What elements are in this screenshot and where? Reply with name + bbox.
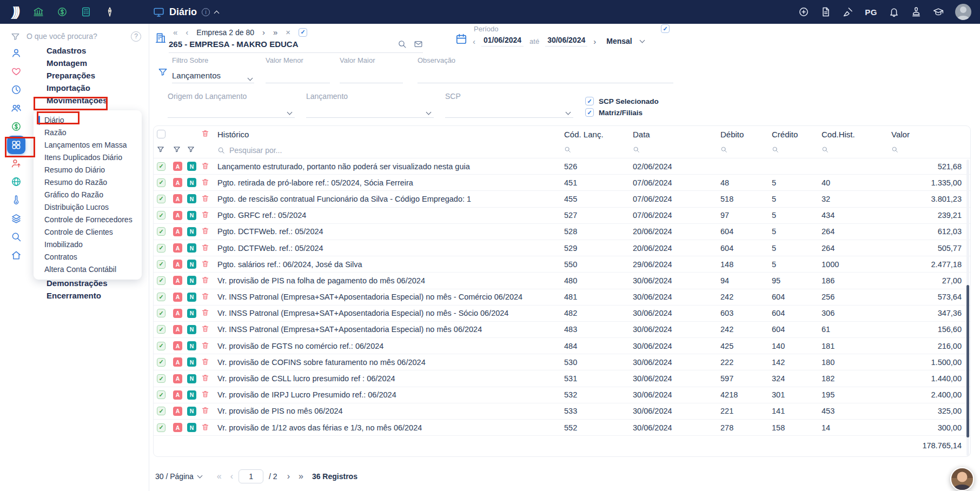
filtro-sobre-select[interactable]: Lançamentos (172, 68, 254, 83)
table-row[interactable]: ✓ANPgto. de rescisão contratual Funcioná… (154, 191, 970, 207)
filter-funnel-icon[interactable] (187, 145, 195, 153)
table-row[interactable]: ✓ANPgto. DCTFWeb. ref.: 05/202452820/06/… (154, 224, 970, 240)
last-company-button[interactable]: » (273, 28, 277, 37)
sidebar-item-cadastros[interactable]: Cadastros (47, 44, 108, 57)
trash-icon[interactable] (201, 324, 209, 333)
valor-menor-input[interactable] (266, 68, 330, 83)
column-search-icon[interactable] (772, 146, 779, 153)
first-page-button[interactable]: « (217, 472, 222, 481)
badge-n[interactable]: N (187, 227, 196, 236)
submenu-item-lancamentos-em-massa[interactable]: Lançamentos em Massa (34, 139, 142, 151)
badge-a[interactable]: A (173, 276, 182, 285)
table-row[interactable]: ✓ANPgto. GRFC ref.: 05/202452707/06/2024… (154, 208, 970, 224)
bell-icon[interactable] (889, 6, 899, 17)
pen-icon[interactable] (104, 6, 115, 17)
support-avatar[interactable] (950, 467, 974, 491)
info-icon[interactable]: i (202, 8, 210, 16)
row-checkbox[interactable]: ✓ (157, 342, 165, 350)
help-icon[interactable]: ? (131, 31, 141, 42)
user-icon[interactable] (11, 48, 22, 58)
submenu-item-distribuicao-lucros[interactable]: Distribuição Lucros (34, 201, 142, 214)
prev-page-button[interactable]: ‹ (230, 472, 233, 481)
badge-a[interactable]: A (173, 162, 182, 171)
badge-a[interactable]: A (173, 325, 182, 334)
sidebar-item-importacao[interactable]: Importação (47, 82, 108, 94)
badge-n[interactable]: N (187, 194, 196, 203)
table-row[interactable]: ✓ANPgto. retirada de pró-labore ref.: 05… (154, 175, 970, 191)
submenu-item-diario[interactable]: Diário (34, 114, 142, 127)
submenu-item-resumo-do-diario[interactable]: Resumo do Diário (34, 164, 142, 176)
row-checkbox[interactable]: ✓ (157, 260, 165, 269)
row-checkbox[interactable]: ✓ (157, 244, 165, 253)
filter-funnel-icon[interactable] (157, 145, 164, 153)
broom-icon[interactable] (843, 6, 853, 17)
badge-n[interactable]: N (187, 357, 196, 367)
row-checkbox[interactable]: ✓ (157, 309, 165, 317)
badge-n[interactable]: N (187, 325, 196, 334)
delete-selected-icon[interactable] (201, 129, 209, 137)
first-company-button[interactable]: « (173, 28, 177, 37)
badge-a[interactable]: A (173, 243, 182, 253)
next-period-button[interactable]: › (593, 37, 596, 46)
per-page-select[interactable]: 30 / Página (155, 472, 194, 481)
submenu-item-resumo-do-razao[interactable]: Resumo do Razão (34, 176, 142, 189)
column-search-icon[interactable] (891, 146, 898, 153)
badge-n[interactable]: N (187, 243, 196, 253)
layers-icon[interactable] (11, 213, 22, 224)
trash-icon[interactable] (201, 292, 209, 300)
prev-period-button[interactable]: ‹ (473, 37, 475, 46)
clear-company-icon[interactable]: × (286, 28, 290, 37)
trash-icon[interactable] (201, 423, 209, 431)
badge-a[interactable]: A (173, 309, 182, 318)
table-row[interactable]: ✓ANVr. INSS Patronal (Empresa+SAT+Aposen… (154, 306, 970, 322)
page-input[interactable]: 1 (239, 469, 263, 483)
period-mode-chevron-icon[interactable] (639, 38, 645, 43)
badge-a[interactable]: A (173, 227, 182, 236)
column-search-icon[interactable] (564, 146, 571, 153)
badge-n[interactable]: N (187, 162, 196, 171)
badge-a[interactable]: A (173, 194, 182, 203)
badge-n[interactable]: N (187, 293, 196, 302)
trash-icon[interactable] (201, 243, 209, 251)
trash-icon[interactable] (201, 194, 209, 202)
matriz-filiais-checkbox[interactable]: ✓Matriz/Filiais (585, 108, 643, 117)
table-row[interactable]: ✓ANVr. provisão de PIS na folha de pagam… (154, 273, 970, 289)
trash-icon[interactable] (201, 406, 209, 414)
prev-company-button[interactable]: ‹ (186, 28, 188, 37)
trash-icon[interactable] (201, 162, 209, 170)
badge-a[interactable]: A (173, 341, 182, 350)
column-search-icon[interactable] (633, 146, 640, 153)
table-row[interactable]: ✓ANVr. provisão de COFINS sobre faturame… (154, 354, 970, 370)
next-page-button[interactable]: › (287, 472, 290, 481)
trash-icon[interactable] (201, 227, 209, 235)
badge-a[interactable]: A (173, 407, 182, 416)
submenu-item-contratos[interactable]: Contratos (34, 251, 142, 263)
table-row[interactable]: ✓ANVr. provisão de PIS no mês 06/2024533… (154, 403, 970, 420)
submenu-item-imobilizado[interactable]: Imobilizado (34, 238, 142, 251)
select-all-checkbox[interactable] (157, 130, 165, 138)
row-checkbox[interactable]: ✓ (157, 374, 165, 383)
trash-icon[interactable] (201, 260, 209, 268)
badge-n[interactable]: N (187, 341, 196, 350)
badge-n[interactable]: N (187, 276, 196, 285)
trash-icon[interactable] (201, 341, 209, 349)
trash-icon[interactable] (201, 210, 209, 218)
badge-n[interactable]: N (187, 211, 196, 220)
badge-a[interactable]: A (173, 178, 182, 187)
badge-a[interactable]: A (173, 357, 182, 367)
bank-icon[interactable] (33, 6, 44, 17)
sidebar-item-encerramento[interactable]: Encerramento (47, 289, 108, 302)
collapse-chevron-icon[interactable] (214, 10, 220, 16)
row-checkbox[interactable]: ✓ (157, 407, 165, 415)
badge-n[interactable]: N (187, 390, 196, 400)
company-checkbox[interactable]: ✓ (299, 28, 307, 37)
observacao-input[interactable] (418, 68, 673, 83)
lancamento-select[interactable] (306, 103, 434, 118)
table-row[interactable]: ✓ANVr. provisão de 1/12 avos das férias … (154, 420, 970, 436)
row-checkbox[interactable]: ✓ (157, 423, 165, 432)
sidebar-item-preparacoes[interactable]: Preparações (47, 69, 108, 82)
table-search-input[interactable]: Pesquisar por... (217, 146, 564, 155)
handshake-icon[interactable] (11, 66, 22, 77)
last-page-button[interactable]: » (299, 472, 303, 481)
company-field[interactable]: 265 - EMPRESA - MAKRO EDUCA (169, 39, 423, 53)
